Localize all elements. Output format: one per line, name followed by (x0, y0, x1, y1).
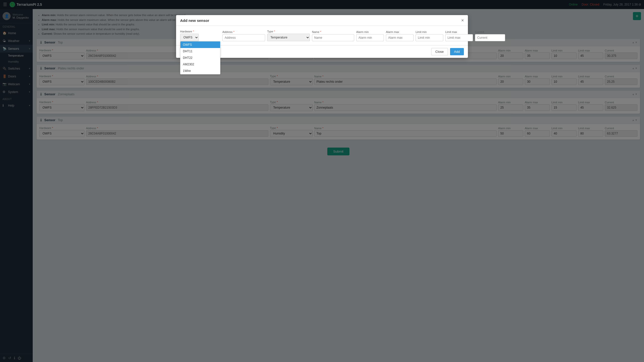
hardware-dropdown: OWFSDHT11DHT22AM23021Wire (180, 41, 220, 74)
address-label: Address * (222, 30, 265, 33)
name-field: Name * (312, 30, 354, 41)
hardware-field: Hardware * OWFS OWFSDHT11DHT22AM23021Wir… (180, 30, 220, 41)
dropdown-item-dht11[interactable]: DHT11 (180, 48, 220, 55)
type-field: Type * Temperature Humidity (267, 30, 310, 41)
add-sensor-modal: Add new sensor × Hardware * OWFS OWFSDHT… (176, 15, 468, 58)
modal-body: Hardware * OWFS OWFSDHT11DHT22AM23021Wir… (176, 26, 468, 45)
type-label: Type * (267, 30, 310, 33)
dropdown-item-1wire[interactable]: 1Wire (180, 68, 220, 74)
current-input (475, 34, 505, 41)
limit-max-field: Limit max (445, 30, 473, 41)
name-label: Name * (312, 30, 354, 33)
modal-overlay: Add new sensor × Hardware * OWFS OWFSDHT… (0, 0, 644, 362)
dropdown-item-dht22[interactable]: DHT22 (180, 55, 220, 61)
alarm-max-label: Alarm max (386, 30, 414, 33)
current-label: Current (475, 30, 505, 33)
modal-row: Hardware * OWFS OWFSDHT11DHT22AM23021Wir… (180, 30, 464, 41)
hardware-label: Hardware * (180, 30, 220, 33)
alarm-min-input[interactable] (356, 34, 384, 41)
modal-title: Add new sensor (180, 18, 209, 23)
address-field: Address * (222, 30, 265, 41)
hardware-select[interactable]: OWFS (180, 34, 199, 41)
limit-max-label: Limit max (445, 30, 473, 33)
dropdown-item-owfs[interactable]: OWFS (180, 41, 220, 48)
alarm-min-label: Alarm min (356, 30, 384, 33)
limit-min-input[interactable] (416, 34, 443, 41)
limit-max-input[interactable] (445, 34, 473, 41)
modal-header: Add new sensor × (176, 15, 468, 26)
type-select[interactable]: Temperature Humidity (267, 34, 310, 41)
alarm-max-input[interactable] (386, 34, 414, 41)
alarm-max-field: Alarm max (386, 30, 414, 41)
limit-min-label: Limit min (416, 30, 443, 33)
dropdown-item-am2302[interactable]: AM2302 (180, 61, 220, 68)
current-field: Current (475, 30, 505, 41)
hardware-select-wrapper: OWFS OWFSDHT11DHT22AM23021Wire (180, 34, 220, 41)
name-input[interactable] (312, 34, 354, 41)
limit-min-field: Limit min (416, 30, 443, 41)
modal-close-btn[interactable]: Close (431, 48, 448, 55)
address-input[interactable] (222, 34, 265, 41)
alarm-min-field: Alarm min (356, 30, 384, 41)
modal-add-btn[interactable]: Add (450, 48, 464, 55)
modal-close-button[interactable]: × (461, 18, 464, 23)
